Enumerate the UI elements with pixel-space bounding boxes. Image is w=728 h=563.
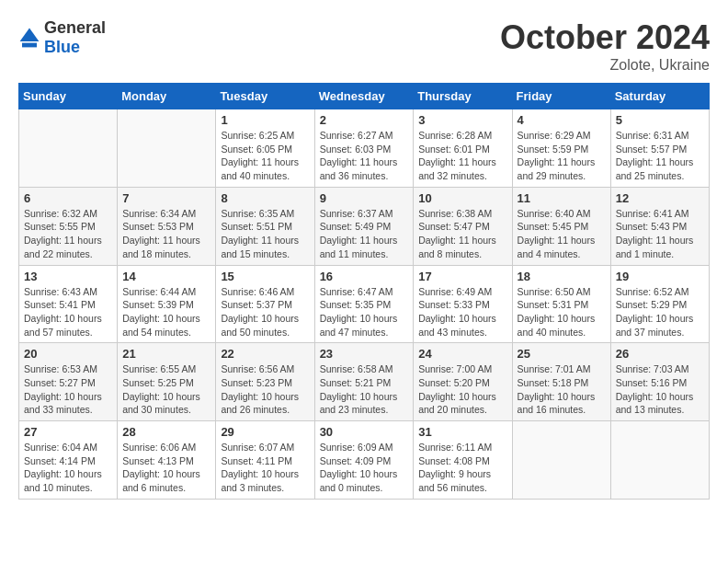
calendar-cell: 16Sunrise: 6:47 AMSunset: 5:35 PMDayligh… (314, 265, 414, 343)
day-number: 20 (24, 347, 112, 361)
day-info: Sunrise: 6:34 AMSunset: 5:53 PMDaylight:… (122, 207, 210, 261)
calendar-cell: 10Sunrise: 6:38 AMSunset: 5:47 PMDayligh… (414, 187, 512, 265)
svg-rect-1 (22, 43, 37, 48)
day-info: Sunrise: 6:55 AMSunset: 5:25 PMDaylight:… (122, 362, 210, 417)
calendar-cell: 23Sunrise: 6:58 AMSunset: 5:21 PMDayligh… (314, 343, 414, 421)
day-number: 7 (122, 191, 210, 205)
calendar-cell: 18Sunrise: 6:50 AMSunset: 5:31 PMDayligh… (512, 265, 610, 343)
day-number: 26 (616, 347, 704, 361)
day-info: Sunrise: 6:31 AMSunset: 5:57 PMDaylight:… (616, 129, 704, 183)
day-info: Sunrise: 7:00 AMSunset: 5:20 PMDaylight:… (418, 362, 506, 417)
calendar-cell: 13Sunrise: 6:43 AMSunset: 5:41 PMDayligh… (19, 265, 118, 343)
day-number: 6 (24, 191, 112, 205)
calendar-week-1: 1Sunrise: 6:25 AMSunset: 6:05 PMDaylight… (19, 109, 710, 188)
calendar-cell: 9Sunrise: 6:37 AMSunset: 5:49 PMDaylight… (314, 187, 414, 265)
logo: General Blue (18, 18, 106, 57)
calendar-cell: 29Sunrise: 6:07 AMSunset: 4:11 PMDayligh… (216, 421, 314, 500)
day-number: 30 (320, 425, 409, 439)
day-info: Sunrise: 6:32 AMSunset: 5:55 PMDaylight:… (24, 207, 112, 261)
calendar-week-2: 6Sunrise: 6:32 AMSunset: 5:55 PMDaylight… (19, 187, 710, 265)
calendar-cell: 31Sunrise: 6:11 AMSunset: 4:08 PMDayligh… (414, 421, 512, 500)
calendar-cell: 24Sunrise: 7:00 AMSunset: 5:20 PMDayligh… (414, 343, 512, 421)
calendar-cell: 3Sunrise: 6:28 AMSunset: 6:01 PMDaylight… (414, 109, 512, 188)
title-block: October 2024 Zolote, Ukraine (500, 18, 710, 74)
calendar-cell: 5Sunrise: 6:31 AMSunset: 5:57 PMDaylight… (610, 109, 709, 188)
day-info: Sunrise: 6:37 AMSunset: 5:49 PMDaylight:… (320, 207, 409, 261)
day-info: Sunrise: 6:38 AMSunset: 5:47 PMDaylight:… (418, 207, 506, 261)
logo-blue: Blue (44, 38, 80, 56)
calendar-cell: 4Sunrise: 6:29 AMSunset: 5:59 PMDaylight… (512, 109, 610, 188)
calendar-week-3: 13Sunrise: 6:43 AMSunset: 5:41 PMDayligh… (19, 265, 710, 343)
weekday-header-sunday: Sunday (19, 84, 118, 109)
day-info: Sunrise: 6:35 AMSunset: 5:51 PMDaylight:… (221, 207, 309, 261)
day-info: Sunrise: 6:46 AMSunset: 5:37 PMDaylight:… (221, 285, 309, 339)
day-number: 5 (616, 113, 704, 127)
day-number: 14 (122, 270, 210, 283)
day-number: 22 (221, 347, 309, 361)
calendar-cell: 28Sunrise: 6:06 AMSunset: 4:13 PMDayligh… (118, 421, 216, 500)
day-number: 16 (320, 270, 409, 283)
logo-general: General (44, 18, 106, 37)
day-number: 29 (221, 425, 309, 439)
calendar-cell (19, 109, 118, 188)
day-number: 15 (221, 270, 309, 283)
calendar-cell: 2Sunrise: 6:27 AMSunset: 6:03 PMDaylight… (314, 109, 414, 188)
calendar-cell: 21Sunrise: 6:55 AMSunset: 5:25 PMDayligh… (118, 343, 216, 421)
calendar-cell: 30Sunrise: 6:09 AMSunset: 4:09 PMDayligh… (314, 421, 414, 500)
weekday-header-monday: Monday (118, 84, 216, 109)
day-info: Sunrise: 6:29 AMSunset: 5:59 PMDaylight:… (518, 129, 606, 183)
day-info: Sunrise: 6:07 AMSunset: 4:11 PMDaylight:… (221, 441, 309, 495)
day-info: Sunrise: 6:06 AMSunset: 4:13 PMDaylight:… (122, 441, 210, 495)
day-info: Sunrise: 7:03 AMSunset: 5:16 PMDaylight:… (616, 362, 704, 417)
calendar-cell: 22Sunrise: 6:56 AMSunset: 5:23 PMDayligh… (216, 343, 314, 421)
day-info: Sunrise: 6:04 AMSunset: 4:14 PMDaylight:… (24, 441, 112, 495)
calendar-table: SundayMondayTuesdayWednesdayThursdayFrid… (18, 83, 710, 500)
calendar-cell: 1Sunrise: 6:25 AMSunset: 6:05 PMDaylight… (216, 109, 314, 188)
weekday-header-tuesday: Tuesday (216, 84, 314, 109)
weekday-header-saturday: Saturday (610, 84, 709, 109)
calendar-cell: 12Sunrise: 6:41 AMSunset: 5:43 PMDayligh… (610, 187, 709, 265)
day-number: 11 (518, 191, 606, 205)
day-number: 27 (24, 425, 112, 439)
calendar-cell (118, 109, 216, 188)
day-info: Sunrise: 6:47 AMSunset: 5:35 PMDaylight:… (320, 285, 409, 339)
day-number: 1 (221, 113, 309, 127)
day-info: Sunrise: 6:53 AMSunset: 5:27 PMDaylight:… (24, 362, 112, 417)
calendar-week-5: 27Sunrise: 6:04 AMSunset: 4:14 PMDayligh… (19, 421, 710, 500)
calendar-cell: 11Sunrise: 6:40 AMSunset: 5:45 PMDayligh… (512, 187, 610, 265)
calendar-cell: 15Sunrise: 6:46 AMSunset: 5:37 PMDayligh… (216, 265, 314, 343)
day-info: Sunrise: 7:01 AMSunset: 5:18 PMDaylight:… (518, 362, 606, 417)
calendar-cell: 14Sunrise: 6:44 AMSunset: 5:39 PMDayligh… (118, 265, 216, 343)
day-number: 25 (518, 347, 606, 361)
day-info: Sunrise: 6:49 AMSunset: 5:33 PMDaylight:… (418, 285, 506, 339)
day-number: 31 (418, 425, 506, 439)
calendar-cell: 20Sunrise: 6:53 AMSunset: 5:27 PMDayligh… (19, 343, 118, 421)
calendar-cell: 7Sunrise: 6:34 AMSunset: 5:53 PMDaylight… (118, 187, 216, 265)
calendar-cell: 6Sunrise: 6:32 AMSunset: 5:55 PMDaylight… (19, 187, 118, 265)
day-number: 23 (320, 347, 409, 361)
day-info: Sunrise: 6:25 AMSunset: 6:05 PMDaylight:… (221, 129, 309, 183)
calendar-cell: 17Sunrise: 6:49 AMSunset: 5:33 PMDayligh… (414, 265, 512, 343)
weekday-header-wednesday: Wednesday (314, 84, 414, 109)
day-number: 4 (518, 113, 606, 127)
day-number: 24 (418, 347, 506, 361)
location-title: Zolote, Ukraine (500, 57, 710, 74)
calendar-cell (610, 421, 709, 500)
day-info: Sunrise: 6:27 AMSunset: 6:03 PMDaylight:… (320, 129, 409, 183)
day-info: Sunrise: 6:09 AMSunset: 4:09 PMDaylight:… (320, 441, 409, 495)
day-info: Sunrise: 6:41 AMSunset: 5:43 PMDaylight:… (616, 207, 704, 261)
month-title: October 2024 (500, 18, 710, 57)
logo-icon (18, 27, 40, 49)
day-info: Sunrise: 6:11 AMSunset: 4:08 PMDaylight:… (418, 441, 506, 495)
day-number: 18 (518, 270, 606, 283)
page-header: General Blue October 2024 Zolote, Ukrain… (18, 18, 710, 74)
day-number: 12 (616, 191, 704, 205)
calendar-cell: 26Sunrise: 7:03 AMSunset: 5:16 PMDayligh… (610, 343, 709, 421)
calendar-cell: 25Sunrise: 7:01 AMSunset: 5:18 PMDayligh… (512, 343, 610, 421)
day-number: 3 (418, 113, 506, 127)
svg-marker-0 (20, 29, 40, 41)
day-info: Sunrise: 6:40 AMSunset: 5:45 PMDaylight:… (518, 207, 606, 261)
day-number: 21 (122, 347, 210, 361)
calendar-week-4: 20Sunrise: 6:53 AMSunset: 5:27 PMDayligh… (19, 343, 710, 421)
weekday-header-thursday: Thursday (414, 84, 512, 109)
